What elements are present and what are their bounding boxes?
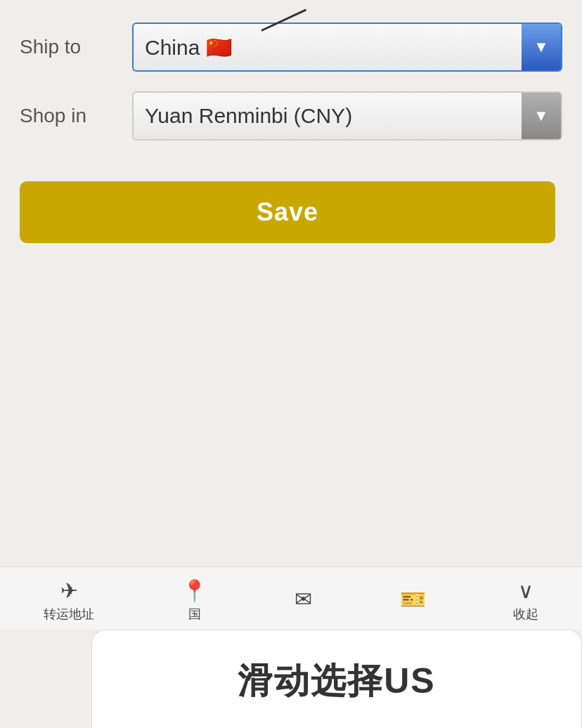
ticket-icon: 🎫 [400, 587, 426, 611]
chevron-down-icon: ▼ [534, 107, 549, 125]
slide-panel: 滑动选择US [91, 630, 582, 728]
nav-label-location: 国 [188, 606, 201, 623]
bottom-nav: ✈ 转运地址 📍 国 ✉ 🎫 ∨ 收起 [0, 566, 582, 630]
nav-item-transfer[interactable]: ✈ 转运地址 [44, 578, 94, 623]
airplane-icon: ✈ [60, 578, 78, 603]
nav-label-collapse: 收起 [513, 606, 538, 623]
nav-item-collapse[interactable]: ∨ 收起 [513, 578, 538, 623]
nav-item-ticket[interactable]: 🎫 [400, 587, 426, 614]
shop-in-row: Shop in Yuan Renminbi (CNY) ▼ [20, 91, 562, 141]
shop-in-label: Shop in [20, 105, 132, 127]
decorative-line [261, 9, 306, 32]
ship-to-label: Ship to [20, 36, 132, 58]
slide-text: 滑动选择US [238, 654, 435, 705]
save-button[interactable]: Save [20, 181, 555, 243]
nav-item-mail[interactable]: ✉ [295, 587, 312, 614]
location-icon: 📍 [181, 578, 207, 603]
ship-to-value: China 🇨🇳 [134, 35, 522, 60]
ship-to-row: Ship to China 🇨🇳 ▼ [20, 22, 562, 72]
chevron-collapse-icon: ∨ [518, 578, 534, 603]
shop-in-value: Yuan Renminbi (CNY) [134, 104, 522, 128]
mail-icon: ✉ [295, 587, 312, 611]
ship-to-arrow[interactable]: ▼ [522, 24, 561, 70]
nav-item-location[interactable]: 📍 国 [181, 578, 207, 623]
shop-in-select[interactable]: Yuan Renminbi (CNY) ▼ [132, 91, 562, 141]
ship-to-select[interactable]: China 🇨🇳 ▼ [132, 22, 562, 72]
shop-in-arrow[interactable]: ▼ [522, 93, 561, 139]
nav-label-transfer: 转运地址 [44, 606, 94, 623]
chevron-down-icon: ▼ [534, 38, 549, 56]
